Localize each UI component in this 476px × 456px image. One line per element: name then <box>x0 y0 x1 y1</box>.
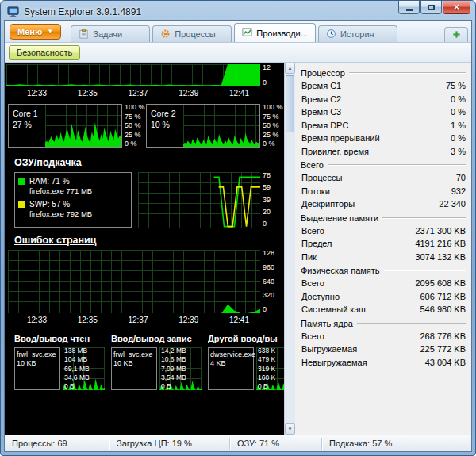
y-tick: 640 <box>263 278 284 285</box>
io-write-legend-box: frwl_svc.exe 10 KB <box>111 347 157 390</box>
y-tick: 100 % <box>125 104 146 111</box>
tab-processes[interactable]: Процессы <box>152 25 232 42</box>
core1-box: Core 1 27 % <box>8 104 122 148</box>
titlebar[interactable]: System Explorer 3.9.1.4891 × <box>4 1 472 20</box>
ram-section: RAM: 71 % firefox.exe 771 MB SWP: 57 % f… <box>6 172 284 228</box>
core-charts-row: Core 1 27 % 100 % 75 % 50 % 25 % 0 % <box>6 100 284 150</box>
stats-group-physical: Физическая память <box>301 263 466 277</box>
pagefaults-section: 128 960 640 320 0 <box>6 250 284 313</box>
close-icon: × <box>454 2 459 12</box>
tab-performance[interactable]: Производи... <box>234 23 316 42</box>
stat-row: Пик3074 132 KB <box>301 251 466 264</box>
io-write-heading[interactable]: Ввод/вывод запис <box>111 334 208 343</box>
y-tick: 50 % <box>263 122 284 129</box>
maximize-button[interactable] <box>420 1 442 14</box>
stat-row: Доступно606 712 KB <box>301 290 466 304</box>
arrow-down-icon: ▼ <box>288 427 293 431</box>
add-tab-button[interactable] <box>444 27 468 42</box>
tab-processes-label: Процессы <box>175 29 215 39</box>
stat-row: Время DPC1 % <box>301 119 466 132</box>
y-tick: 25 % <box>263 132 284 139</box>
io-read-legend-box: frwl_svc.exe 10 KB <box>14 347 60 390</box>
tab-performance-label: Производи... <box>256 29 308 38</box>
ram-swatch <box>18 178 25 185</box>
ram-y-axis: 78 59 39 20 0 <box>260 172 284 228</box>
io-read-chart: 138 MB 104 MB 69,1 MB 34,6 MB 0 В <box>63 347 105 390</box>
stat-row: Невыгружаемая43 004 KB <box>301 356 466 370</box>
io-read-heading[interactable]: Ввод/вывод чтен <box>14 334 111 343</box>
time-axis-top: 12:33 12:35 12:37 12:39 12:41 <box>6 86 284 100</box>
io-charts-row: frwl_svc.exe 10 KB 138 MB 104 MB 69,1 MB… <box>6 347 284 433</box>
security-button[interactable]: Безопасность <box>9 45 80 60</box>
io-read-scale: 138 MB 104 MB 69,1 MB 34,6 MB 0 В <box>64 347 90 390</box>
chevron-down-icon: ▼ <box>47 29 53 35</box>
status-swap: Подкачка: 57 % <box>322 438 471 450</box>
status-cpu-load: Загрузка ЦП: 19 % <box>109 438 230 450</box>
stats-panel: Процессор Время C175 % Время C20 % Время… <box>295 63 471 435</box>
stat-row: Время прерываний0 % <box>301 132 466 145</box>
group-title: Процессор <box>301 68 345 78</box>
y-tick: 0 <box>263 306 284 313</box>
minimize-button[interactable] <box>398 1 420 14</box>
core2-name: Core 2 <box>151 108 182 119</box>
content: 12 0 12:33 12:35 12:37 12:39 12:41 <box>5 63 471 435</box>
scrollbar-track[interactable] <box>285 74 295 423</box>
y-tick: 25 % <box>125 132 146 139</box>
vertical-scrollbar[interactable]: ▲ ▼ <box>284 63 295 435</box>
io-write-value: 10 KB <box>113 359 155 368</box>
stats-group-commit: Выделение памяти <box>301 211 466 224</box>
y-tick: 0 В <box>64 383 90 390</box>
y-tick: 69,1 MB <box>64 366 90 373</box>
y-tick: 100 % <box>263 104 284 111</box>
pagefaults-section-heading[interactable]: Ошибок страниц <box>6 228 284 250</box>
io-write-column: frwl_svc.exe 10 KB 14,2 MB 10,6 MB 7,09 … <box>111 347 202 431</box>
stat-row: Привилег. время3 % <box>301 145 466 159</box>
stat-row: Дескрипторы22 340 <box>301 197 466 211</box>
core1-label: Core 1 27 % <box>9 105 45 147</box>
y-tick: 59 <box>263 184 284 191</box>
time-tick: 12:41 <box>229 89 249 98</box>
io-other-chart: 638 K 479 K 319 K 160 K 0 В <box>256 347 284 390</box>
close-button[interactable]: × <box>443 1 470 14</box>
io-read-process: frwl_svc.exe <box>17 351 58 359</box>
scroll-up-button[interactable]: ▲ <box>285 63 295 74</box>
io-other-heading[interactable]: Другой ввод/вы <box>208 334 284 343</box>
scroll-down-button[interactable]: ▼ <box>285 423 295 435</box>
y-tick: 75 % <box>125 113 146 121</box>
core1-load: 27 % <box>13 119 44 130</box>
io-other-column: dwservice.exe 4 KB 638 K 479 K 319 K 160… <box>208 347 284 431</box>
time-tick: 12:39 <box>178 89 198 98</box>
stat-row: Процессы70 <box>301 171 466 185</box>
group-title: Выделение памяти <box>301 213 378 223</box>
tasks-icon <box>79 29 89 40</box>
io-write-chart: 14,2 MB 10,6 MB 7,09 MB 3,54 MB 0 В <box>159 347 202 390</box>
time-tick: 12:35 <box>78 316 98 325</box>
swap-swatch <box>18 201 25 208</box>
ram-section-heading[interactable]: ОЗУ/подкачка <box>6 150 284 172</box>
y-tick: 7,09 MB <box>161 366 186 373</box>
status-bar: Процессы: 69 Загрузка ЦП: 19 % ОЗУ: 71 %… <box>5 435 471 451</box>
scrollbar-thumb[interactable] <box>286 75 294 132</box>
menu-button[interactable]: Меню ▼ <box>10 24 61 40</box>
time-tick: 12:41 <box>229 316 249 325</box>
time-tick: 12:33 <box>27 316 47 325</box>
y-tick: 50 % <box>125 122 146 129</box>
tab-history[interactable]: История <box>318 25 397 42</box>
stat-row: Потоки932 <box>301 185 466 198</box>
cpu-chart-y-axis: 12 0 <box>260 64 284 86</box>
stat-row: Время C20 % <box>301 93 466 106</box>
stats-group-kernel: Память ядра <box>301 316 466 330</box>
y-tick: 479 K <box>258 356 275 363</box>
tab-tasks[interactable]: Задачи <box>71 25 150 42</box>
y-tick: 0 <box>263 79 284 86</box>
arrow-up-icon: ▲ <box>288 66 293 71</box>
y-tick: 319 K <box>258 366 275 373</box>
maximize-icon <box>428 5 435 10</box>
ram-swap-chart <box>138 172 260 228</box>
y-tick: 0 В <box>161 383 186 390</box>
toolbar: Безопасность <box>5 43 471 63</box>
core1-y-axis: 100 % 75 % 50 % 25 % 0 % <box>122 104 146 148</box>
stat-row: Время C30 % <box>301 105 466 119</box>
core1-chart <box>45 105 121 147</box>
y-tick: 0 % <box>125 140 146 148</box>
